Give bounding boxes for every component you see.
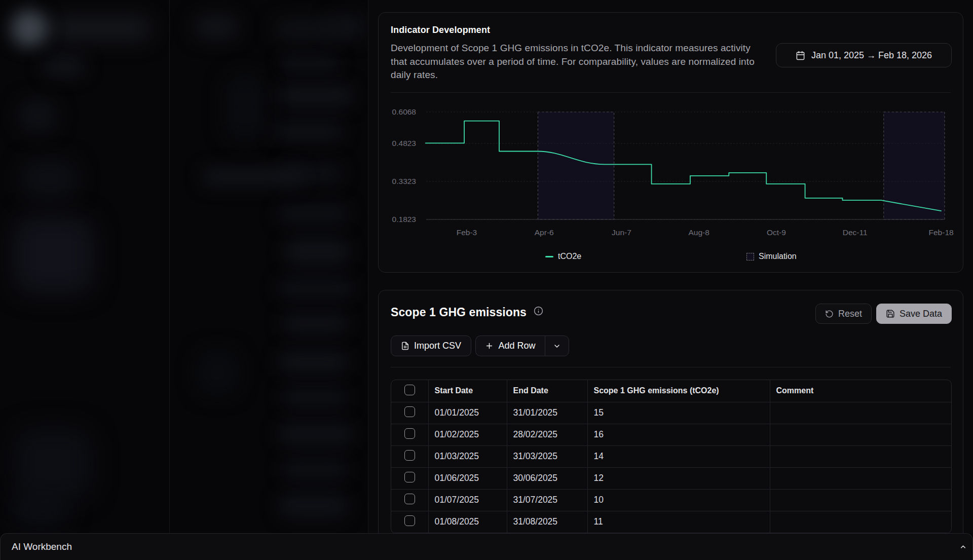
blurred-shape <box>202 167 303 186</box>
cell-end-date[interactable]: 30/06/2025 <box>507 467 587 489</box>
blurred-shape <box>18 99 57 133</box>
chevron-down-icon <box>553 342 561 350</box>
import-csv-button[interactable]: Import CSV <box>391 335 471 356</box>
blurred-shape <box>226 75 265 141</box>
indicator-development-card: Indicator Development Development of Sco… <box>378 12 963 273</box>
date-range-button[interactable]: Jan 01, 2025 → Feb 18, 2026 <box>776 43 952 67</box>
col-header-start-date: Start Date <box>428 380 507 402</box>
info-icon[interactable] <box>534 306 543 316</box>
add-row-menu-button[interactable] <box>545 335 569 356</box>
blurred-shape <box>51 16 152 41</box>
cell-comment[interactable] <box>770 402 952 424</box>
scope1-emissions-card: Scope 1 GHG emissions Reset Save Data Im… <box>378 290 963 560</box>
blurred-shape <box>15 429 91 500</box>
cell-end-date[interactable]: 31/03/2025 <box>507 445 587 467</box>
table-card-divider <box>391 367 951 367</box>
table-row: 01/08/202531/08/202511 <box>391 511 952 533</box>
cell-comment[interactable] <box>770 424 952 445</box>
cell-value[interactable]: 12 <box>587 467 770 489</box>
panel-separator-left <box>169 0 170 533</box>
save-data-button[interactable]: Save Data <box>876 304 952 324</box>
cell-end-date[interactable]: 31/07/2025 <box>507 489 587 511</box>
file-csv-icon <box>401 342 409 350</box>
rotate-ccw-icon <box>825 310 834 318</box>
legend-item-tco2e[interactable]: tCO2e <box>545 251 581 262</box>
cell-start-date[interactable]: 01/06/2025 <box>428 467 507 489</box>
indicator-card-title: Indicator Development <box>391 23 490 37</box>
blurred-shape <box>278 84 354 107</box>
row-checkbox[interactable] <box>404 406 415 417</box>
cell-comment[interactable] <box>770 445 952 467</box>
blurred-shape <box>21 160 77 198</box>
reset-label: Reset <box>838 309 862 319</box>
blurred-shape <box>43 55 86 77</box>
x-axis-tick-label: Aug-8 <box>688 228 709 237</box>
x-axis-tick-label: Dec-11 <box>843 228 868 237</box>
app-root: Indicator Development Development of Sco… <box>0 0 973 560</box>
blurred-shape <box>273 121 344 141</box>
add-row-button[interactable]: Add Row <box>475 335 545 356</box>
row-select-cell <box>391 445 428 467</box>
cell-end-date[interactable]: 31/08/2025 <box>507 511 587 533</box>
cell-value[interactable]: 11 <box>587 511 770 533</box>
plus-icon <box>485 342 494 350</box>
cell-comment[interactable] <box>770 489 952 511</box>
row-checkbox[interactable] <box>404 494 415 504</box>
cell-value[interactable]: 15 <box>587 402 770 424</box>
table-row: 01/01/202531/01/202515 <box>391 402 952 424</box>
cell-start-date[interactable]: 01/02/2025 <box>428 424 507 445</box>
table-row: 01/02/202528/02/202516 <box>391 424 952 445</box>
add-row-split-button: Add Row <box>475 335 569 356</box>
select-all-checkbox[interactable] <box>404 385 415 395</box>
indicator-chart[interactable]: 0.60680.48230.33230.1823Feb-3Apr-6Jun-7A… <box>379 107 964 254</box>
add-row-label: Add Row <box>498 341 535 351</box>
blurred-shape <box>14 217 93 293</box>
date-range-label: Jan 01, 2025 → Feb 18, 2026 <box>811 50 932 61</box>
cell-start-date[interactable]: 01/03/2025 <box>428 445 507 467</box>
cell-end-date[interactable]: 28/02/2025 <box>507 424 587 445</box>
x-axis-tick-label: Feb-3 <box>457 228 477 237</box>
row-select-cell <box>391 489 428 511</box>
legend-label-tco2e: tCO2e <box>558 252 581 261</box>
save-data-label: Save Data <box>900 309 942 319</box>
table-card-title: Scope 1 GHG emissions <box>391 305 527 320</box>
cell-start-date[interactable]: 01/01/2025 <box>428 402 507 424</box>
cell-start-date[interactable]: 01/08/2025 <box>428 511 507 533</box>
ai-workbench-bar[interactable]: AI Workbench <box>0 533 973 560</box>
y-axis-tick-label: 0.1823 <box>392 215 416 223</box>
ai-workbench-title: AI Workbench <box>12 541 72 552</box>
blurred-shape <box>278 422 354 446</box>
blurred-shape <box>194 15 239 39</box>
x-axis-tick-label: Oct-9 <box>767 228 786 237</box>
cell-value[interactable]: 16 <box>587 424 770 445</box>
blurred-shape <box>278 278 354 298</box>
row-checkbox[interactable] <box>404 450 415 461</box>
col-header-scope1: Scope 1 GHG emissions (tCO2e) <box>587 380 770 402</box>
reset-button[interactable]: Reset <box>815 304 872 324</box>
row-checkbox[interactable] <box>404 428 415 439</box>
blurred-shape <box>274 19 340 40</box>
cell-start-date[interactable]: 01/07/2025 <box>428 489 507 511</box>
indicator-card-divider <box>391 92 951 93</box>
tco2e-line <box>426 121 941 211</box>
y-axis-tick-label: 0.3323 <box>392 177 416 185</box>
blurred-shape <box>282 459 348 479</box>
cell-comment[interactable] <box>770 467 952 489</box>
table-row: 01/06/202530/06/202512 <box>391 467 952 489</box>
blurred-shape <box>278 351 349 373</box>
legend-item-simulation[interactable]: Simulation <box>746 251 797 262</box>
simulation-window <box>538 112 614 219</box>
blurred-shape <box>278 493 349 519</box>
cell-value[interactable]: 10 <box>587 489 770 511</box>
table-row: 01/03/202531/03/202514 <box>391 445 952 467</box>
cell-end-date[interactable]: 31/01/2025 <box>507 402 587 424</box>
blurred-shape <box>197 350 239 395</box>
x-axis-tick-label: Jun-7 <box>612 228 631 237</box>
cell-value[interactable]: 14 <box>587 445 770 467</box>
row-checkbox[interactable] <box>404 472 415 482</box>
col-header-end-date: End Date <box>507 380 587 402</box>
x-axis-tick-label: Apr-6 <box>535 228 554 237</box>
chevron-up-icon[interactable] <box>959 543 967 551</box>
cell-comment[interactable] <box>770 511 952 533</box>
row-checkbox[interactable] <box>404 515 415 526</box>
